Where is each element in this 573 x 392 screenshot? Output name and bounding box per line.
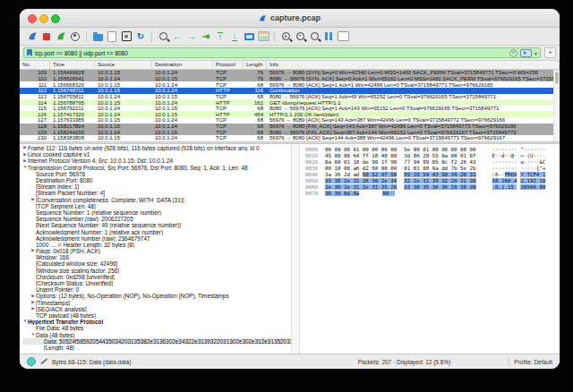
packet-row-109[interactable]: 1091.15649962810.0.1.1510.0.1.24TCP76569… <box>20 70 560 76</box>
hex-row-0070[interactable]: 007038 30 0d 0a80·· <box>305 190 560 196</box>
title-bar[interactable]: capture.pcap <box>20 9 560 28</box>
packet-row-126[interactable]: 1261.15741732010.0.1.2410.0.1.15HTTP454H… <box>20 111 560 117</box>
column-header-length[interactable]: Length <box>244 61 267 69</box>
detail-line-18[interactable]: [Calculated window size: 42496] <box>22 260 291 267</box>
column-header-info[interactable]: Info <box>267 61 560 69</box>
close-window-button[interactable] <box>28 14 37 23</box>
column-header-protocol[interactable]: Protocol <box>213 61 244 69</box>
save-file-icon[interactable] <box>106 30 118 43</box>
detail-line-9[interactable]: [TCP Segment Len: 48] <box>22 203 291 209</box>
cell-dst: 10.0.1.15 <box>152 112 213 117</box>
add-filter-button[interactable]: + <box>544 47 556 58</box>
detail-line-30[interactable]: Data: 50524f58592054435034203135382e3136… <box>22 338 291 345</box>
restart-capture-icon[interactable] <box>55 30 67 43</box>
detail-line-3[interactable]: ▼Transmission Control Protocol, Src Port… <box>22 165 291 171</box>
detail-line-6[interactable]: [Stream index: 1] <box>22 183 291 190</box>
packet-row-111[interactable]: 1111.15666832010.0.1.1510.0.1.24TCP68569… <box>20 81 560 88</box>
capture-comment-icon[interactable] <box>40 359 47 365</box>
go-to-top-icon[interactable]: ↑ <box>214 30 227 43</box>
hex-row-0050[interactable]: 005035 38 2e 31 36 30 2e 3432 2e 31 39 3… <box>305 177 560 183</box>
display-filter-input[interactable]: tcp.port == 8080 || udp.port == 8080 ✕ ▾ <box>23 47 541 58</box>
detail-line-2[interactable]: ▶Internet Protocol Version 4, Src: 10.0.… <box>22 158 291 164</box>
filter-bookmark-icon[interactable] <box>27 49 32 56</box>
detail-line-27[interactable]: ▼Hypertext Transfer Protocol <box>22 319 291 325</box>
detail-line-17[interactable]: Window: 166 <box>22 254 291 260</box>
expert-info-icon[interactable] <box>27 357 36 366</box>
detail-line-13[interactable]: Acknowledgment Number: 1 (relative ack n… <box>22 228 291 234</box>
zoom-in-icon[interactable]: + <box>279 30 292 43</box>
packet-row-112[interactable]: 1121.15674871110.0.1.1510.0.1.24HTTP116C… <box>20 88 560 94</box>
detail-line-16[interactable]: ▶Flags: 0x018 (PSH, ACK) <box>22 248 291 254</box>
layout-grid-icon[interactable] <box>337 30 349 43</box>
zoom-original-icon[interactable] <box>308 30 321 43</box>
detail-line-14[interactable]: Acknowledgment number (raw): 2364679747 <box>22 235 291 242</box>
packet-row-130[interactable]: 1301.15838380810.0.1.1510.0.1.24TCP68569… <box>20 135 560 141</box>
packet-row-115[interactable]: 1151.15679221110.0.1.2410.0.1.15TCP68808… <box>20 106 560 112</box>
detail-line-1[interactable]: ▶Linux cooked capture v1 <box>22 151 291 158</box>
column-header-no[interactable]: No. <box>20 61 50 69</box>
go-to-packet-icon[interactable]: ⇥ <box>200 30 212 43</box>
packet-list-scrollbar[interactable] <box>553 70 560 141</box>
column-header-destination[interactable]: Destination <box>152 61 213 69</box>
packet-row-128[interactable]: 1281.15821782410.0.1.1510.0.1.24TCP68569… <box>20 124 560 130</box>
capture-options-icon[interactable] <box>69 30 81 43</box>
resize-columns-icon[interactable] <box>322 30 335 43</box>
coloring-rules-icon[interactable] <box>257 30 269 43</box>
find-packet-icon[interactable] <box>157 30 169 43</box>
detail-line-22[interactable]: Urgent Pointer: 0 <box>22 286 291 293</box>
hex-row-0000[interactable]: 000000 00 00 01 00 06 00 005e 00 01 00 0… <box>305 146 560 152</box>
column-header-time[interactable]: Time <box>50 61 95 69</box>
detail-line-15[interactable]: 1000 .... = Header Length: 32 bytes (8) <box>22 242 291 248</box>
detail-line-10[interactable]: Sequence Number: 1 (relative sequence nu… <box>22 209 291 216</box>
hex-row-0030[interactable]: 003080 18 00 a6 d2 98 00 0001 01 08 0a d… <box>305 165 560 171</box>
go-to-bottom-icon[interactable]: ↓ <box>228 30 241 43</box>
close-file-icon[interactable]: ✕ <box>120 30 133 43</box>
detail-line-26[interactable]: TCP payload (48 bytes) <box>22 312 291 319</box>
packet-row-113[interactable]: 1131.15675581110.0.1.2410.0.1.15TCP68808… <box>20 94 560 100</box>
cell-info: 8080 → 56976 [ACK] Seq=1 Ack=49 Win=6515… <box>267 94 560 99</box>
detail-line-25[interactable]: ▶[SEQ/ACK analysis] <box>22 306 291 312</box>
start-capture-icon[interactable] <box>26 30 38 43</box>
reload-file-icon[interactable]: ↻ <box>134 30 147 43</box>
stop-capture-icon[interactable] <box>40 30 53 43</box>
open-file-icon[interactable] <box>91 30 104 43</box>
detail-line-7[interactable]: [Stream Packet Number: 4] <box>22 190 291 196</box>
packet-row-127[interactable]: 1271.15763338510.0.1.1510.0.1.24TCP68569… <box>20 117 560 124</box>
packet-details-pane: ▶Frame 112: 116 bytes on wire (928 bits)… <box>20 144 291 354</box>
filter-apply-icon[interactable] <box>520 49 532 57</box>
hex-row-0060[interactable]: 00602e 30 2e 31 2e 31 35 2033 38 35 36 3… <box>305 183 560 190</box>
auto-scroll-icon[interactable] <box>243 30 255 43</box>
detail-line-4[interactable]: Source Port: 56976 <box>22 171 291 177</box>
filter-dropdown-icon[interactable]: ▾ <box>535 50 537 56</box>
detail-line-19[interactable]: [Window size scaling factor: 256] <box>22 268 291 274</box>
detail-line-28[interactable]: File Data: 48 bytes <box>22 325 291 331</box>
detail-line-21[interactable]: [Checksum Status: Unverified] <box>22 280 291 286</box>
detail-line-5[interactable]: Destination Port: 8080 <box>22 177 291 183</box>
packet-row-114[interactable]: 1141.15678879510.0.1.1510.0.1.24HTTP162G… <box>20 99 560 106</box>
go-forward-icon[interactable]: → <box>185 30 198 43</box>
detail-line-0[interactable]: ▶Frame 112: 116 bytes on wire (928 bits)… <box>22 145 291 151</box>
hex-row-0010[interactable]: 001045 00 00 64 ff 18 40 003d 06 28 55 0… <box>305 152 560 158</box>
detail-line-12[interactable]: [Next Sequence Number: 49 (relative sequ… <box>22 222 291 228</box>
detail-line-8[interactable]: ▶[Conversation completeness: Complete, W… <box>22 197 291 203</box>
zoom-window-button[interactable] <box>51 14 60 23</box>
detail-line-31[interactable]: [Length: 48] <box>22 345 291 351</box>
filter-clear-icon[interactable]: ✕ <box>509 49 517 57</box>
detail-line-29[interactable]: ▼Data (48 bytes) <box>22 331 291 337</box>
zoom-out-icon[interactable]: − <box>294 30 306 43</box>
column-header-source[interactable]: Source <box>95 61 152 69</box>
minimize-window-button[interactable] <box>39 14 48 23</box>
packet-row-129[interactable]: 1291.15824423510.0.1.2410.0.1.15TCP68808… <box>20 129 560 135</box>
go-back-icon[interactable]: ← <box>171 30 184 43</box>
status-profile[interactable]: Profile: Default <box>514 359 552 365</box>
cell-info: 56976 → 8080 [ACK] Seq=144 Ack=388 Win=4… <box>267 135 560 141</box>
detail-line-24[interactable]: ▶[Timestamps] <box>22 300 291 306</box>
details-scrollbar[interactable] <box>291 144 300 354</box>
hex-row-0040[interactable]: 00403a 36 2d ad 50 52 4f 5859 20 54 43 5… <box>305 171 560 177</box>
hex-row-0020[interactable]: 00200a 00 01 18 de 90 1f 9077 94 99 05 8… <box>305 158 560 165</box>
packet-list-scroll-thumb[interactable] <box>555 72 559 84</box>
detail-line-20[interactable]: Checksum: 0xd298 [unverified] <box>22 274 291 280</box>
detail-line-23[interactable]: ▶Options: (12 bytes), No-Operation (NOP)… <box>22 293 291 299</box>
detail-line-11[interactable]: Sequence Number (raw): 2006227205 <box>22 216 291 222</box>
packet-row-110[interactable]: 1101.15652664110.0.1.2410.0.1.15TCP76808… <box>20 76 560 82</box>
